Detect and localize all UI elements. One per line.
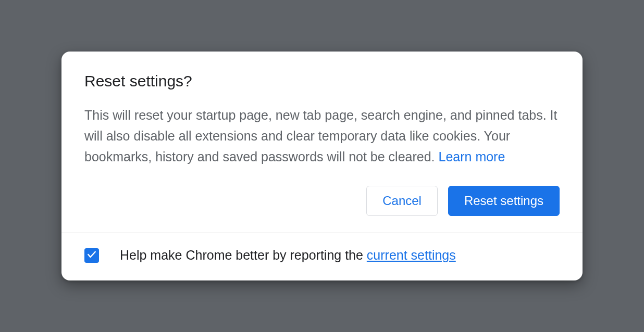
checkmark-icon: [86, 249, 97, 262]
report-settings-label: Help make Chrome better by reporting the…: [120, 248, 456, 263]
dialog-description: This will reset your startup page, new t…: [84, 105, 560, 167]
cancel-button[interactable]: Cancel: [366, 186, 438, 216]
reset-settings-dialog: Reset settings? This will reset your sta…: [61, 52, 583, 281]
reset-settings-button[interactable]: Reset settings: [448, 186, 560, 216]
report-settings-checkbox[interactable]: [84, 248, 99, 263]
dialog-title: Reset settings?: [84, 72, 560, 90]
report-settings-label-text: Help make Chrome better by reporting the: [120, 248, 367, 262]
current-settings-link[interactable]: current settings: [367, 248, 456, 262]
learn-more-link[interactable]: Learn more: [439, 149, 505, 164]
dialog-body: Reset settings? This will reset your sta…: [61, 52, 583, 233]
dialog-actions: Cancel Reset settings: [84, 167, 560, 216]
dialog-footer: Help make Chrome better by reporting the…: [61, 233, 583, 280]
